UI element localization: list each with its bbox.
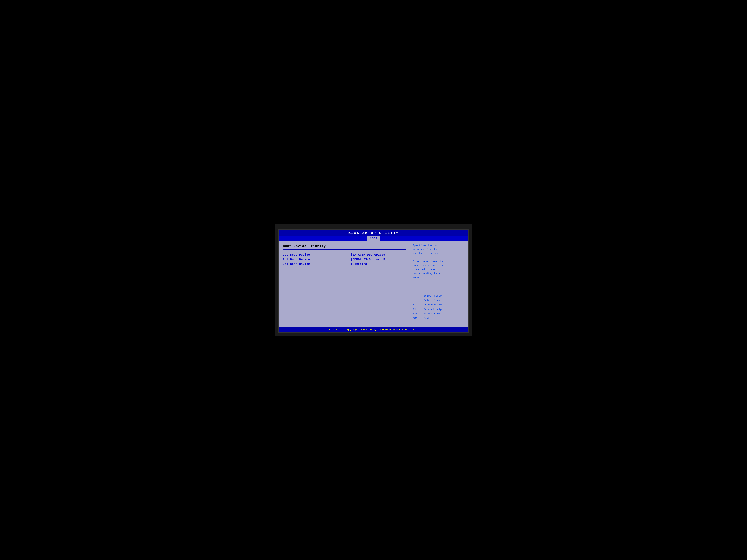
key-symbol: ↔ [413, 294, 422, 298]
boot-device-table: 1st Boot Device [SATA:3M-WDC WD1600] 2nd… [283, 252, 406, 267]
key-row: F1 General Help [413, 308, 465, 311]
key-symbol: F1 [413, 308, 422, 311]
boot-device-label: 2nd Boot Device [283, 257, 351, 262]
content-area: Boot Device Priority 1st Boot Device [SA… [279, 241, 468, 327]
help-line-9: menu. [413, 276, 420, 279]
key-description: General Help [423, 308, 442, 311]
boot-device-label: 1st Boot Device [283, 252, 351, 257]
key-description: Save and Exit [423, 312, 443, 316]
tab-boot[interactable]: Boot [367, 236, 380, 241]
monitor-bezel: BIOS SETUP UTILITY Boot Boot Device Prio… [275, 224, 472, 336]
boot-device-row[interactable]: 1st Boot Device [SATA:3M-WDC WD1600] [283, 252, 406, 257]
key-row: ↑↓ Select Item [413, 298, 465, 302]
key-symbol: +- [413, 303, 422, 307]
key-description: Select Item [423, 298, 440, 302]
key-description: Exit [423, 316, 430, 320]
key-symbol: F10 [413, 312, 422, 316]
key-description: Select Screen [423, 294, 443, 298]
section-title: Boot Device Priority [283, 244, 406, 248]
title-bar: BIOS SETUP UTILITY [279, 230, 468, 236]
help-line-6: parenthesis has been [413, 264, 443, 267]
help-line-2: sequence from the [413, 248, 438, 251]
boot-device-value: [SATA:3M-WDC WD1600] [351, 252, 406, 257]
key-description: Change Option [423, 303, 443, 307]
help-line-8: corresponding type [413, 272, 440, 275]
key-row: ESC Exit [413, 316, 465, 320]
boot-device-value: [Disabled] [351, 262, 406, 267]
key-row: ↔ Select Screen [413, 294, 465, 298]
help-line-5: A device enclosed in [413, 260, 443, 263]
help-text: Specifies the boot sequence from the ava… [413, 244, 465, 279]
footer-bar: v02.61 (C)Copyright 1985-2009, American … [279, 327, 468, 332]
section-divider [283, 249, 406, 250]
boot-device-label: 3rd Boot Device [283, 262, 351, 267]
right-panel: Specifies the boot sequence from the ava… [410, 241, 468, 327]
key-symbol: ESC [413, 316, 422, 320]
help-line-7: disabled in the [413, 268, 435, 271]
key-row: +- Change Option [413, 303, 465, 307]
footer-text: v02.61 (C)Copyright 1985-2009, American … [329, 328, 418, 331]
boot-device-row[interactable]: 2nd Boot Device [CDROM:3S-Optiarc D] [283, 257, 406, 262]
tab-bar: Boot [279, 236, 468, 241]
boot-device-value: [CDROM:3S-Optiarc D] [351, 257, 406, 262]
help-line-3: available devices. [413, 252, 440, 255]
bios-title: BIOS SETUP UTILITY [349, 231, 399, 235]
left-panel: Boot Device Priority 1st Boot Device [SA… [279, 241, 410, 327]
key-row: F10 Save and Exit [413, 312, 465, 316]
help-line-1: Specifies the boot [413, 244, 440, 247]
key-symbol: ↑↓ [413, 298, 422, 302]
keys-section: ↔ Select Screen ↑↓ Select Item +- Change… [413, 294, 465, 320]
bios-screen: BIOS SETUP UTILITY Boot Boot Device Prio… [278, 230, 469, 332]
boot-device-row[interactable]: 3rd Boot Device [Disabled] [283, 262, 406, 267]
